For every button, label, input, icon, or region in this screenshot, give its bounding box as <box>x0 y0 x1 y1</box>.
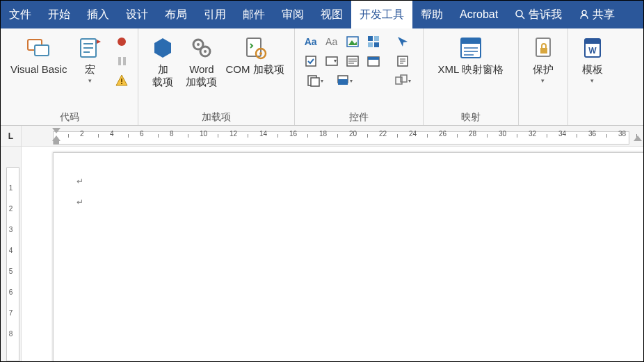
ruler-tick: 3 <box>1 226 21 233</box>
repeating-section-control-button[interactable]: ▾ <box>303 73 327 88</box>
macros-icon <box>76 34 104 62</box>
ruler-tick: 6 <box>1 288 21 296</box>
right-indent-marker[interactable] <box>634 135 642 141</box>
svg-point-10 <box>118 38 126 46</box>
ruler-tick: 4 <box>1 247 21 254</box>
svg-rect-15 <box>121 83 122 84</box>
group-templates: W 模板 ▾ <box>568 28 617 125</box>
record-macro-button[interactable] <box>114 34 129 49</box>
ruler-tick: 5 <box>1 268 21 275</box>
tab-insert[interactable]: 插入 <box>79 1 118 28</box>
ruler-tick: 38 <box>618 130 626 138</box>
templates-button[interactable]: W 模板 ▾ <box>574 33 611 85</box>
svg-text:W: W <box>588 46 597 56</box>
first-line-indent-marker[interactable] <box>52 128 61 133</box>
svg-point-20 <box>204 50 207 53</box>
ruler-tick: 24 <box>409 130 417 138</box>
paragraph-mark: ↵ <box>77 197 83 207</box>
tab-references[interactable]: 引用 <box>195 1 234 28</box>
tab-view[interactable]: 视图 <box>312 1 351 28</box>
legacy-tools-button[interactable]: ▾ <box>332 73 356 88</box>
pause-recording-button[interactable] <box>114 54 129 69</box>
ruler-tick: 20 <box>349 130 357 138</box>
properties-button[interactable] <box>391 54 414 69</box>
dropdown-list-content-control-button[interactable] <box>345 54 360 69</box>
svg-point-0 <box>516 10 522 17</box>
ribbon: Visual Basic 宏 ▾ 代码 加 载项 <box>1 28 643 126</box>
group-addins-label: 加载项 <box>138 111 293 124</box>
ruler-tick: 36 <box>588 130 596 138</box>
tab-layout[interactable]: 布局 <box>156 1 195 28</box>
svg-marker-25 <box>348 40 357 45</box>
svg-rect-14 <box>121 79 122 82</box>
macros-button[interactable]: 宏 ▾ <box>71 33 108 85</box>
document-canvas[interactable]: ↵ ↵ <box>22 147 643 361</box>
xml-mapping-pane-button[interactable]: XML 映射窗格 <box>429 33 513 77</box>
word-addins-icon <box>188 34 216 62</box>
share-button[interactable]: 共享 <box>570 1 623 28</box>
date-picker-content-control-button[interactable] <box>366 54 381 69</box>
tab-acrobat[interactable]: Acrobat <box>451 1 506 28</box>
ruler-tick: 7 <box>1 309 21 317</box>
ruler-tick: 26 <box>439 130 446 138</box>
addins-icon <box>149 34 177 62</box>
checkbox-content-control-button[interactable] <box>303 54 319 69</box>
addins-button[interactable]: 加 载项 <box>144 33 182 90</box>
ruler-tick: 4 <box>110 130 114 138</box>
tab-file[interactable]: 文件 <box>1 1 40 28</box>
svg-rect-12 <box>123 57 126 65</box>
chevron-down-icon: ▾ <box>590 77 594 84</box>
group-controls-button[interactable]: ▾ <box>391 73 414 88</box>
left-indent-marker[interactable] <box>52 135 61 145</box>
tab-selector[interactable]: L <box>1 126 22 147</box>
chevron-down-icon: ▾ <box>88 77 92 84</box>
group-controls-label: 控件 <box>295 111 423 124</box>
tellme-search[interactable]: 告诉我 <box>506 1 570 28</box>
horizontal-ruler[interactable]: 246810121416182022242628303234363840 <box>22 126 643 147</box>
visual-basic-button[interactable]: Visual Basic <box>6 33 71 77</box>
combo-box-content-control-button[interactable] <box>324 54 339 69</box>
picture-content-control-button[interactable] <box>345 34 360 49</box>
group-protect: 保护 ▾ <box>519 28 568 125</box>
vertical-ruler[interactable]: 12345678 <box>1 147 22 361</box>
ruler-tick: 22 <box>379 130 387 138</box>
templates-icon: W <box>579 34 606 62</box>
com-addins-icon <box>241 34 269 62</box>
ruler-tick: 34 <box>558 130 566 138</box>
xml-mapping-icon <box>457 34 485 62</box>
svg-rect-11 <box>118 57 121 65</box>
svg-point-2 <box>582 10 586 15</box>
tab-developer[interactable]: 开发工具 <box>351 1 412 28</box>
tab-help[interactable]: 帮助 <box>412 1 451 28</box>
tab-design[interactable]: 设计 <box>118 1 156 28</box>
search-icon <box>515 9 526 20</box>
ruler-tick: 16 <box>289 130 297 138</box>
ruler-tick: 8 <box>1 330 21 338</box>
tab-mailings[interactable]: 邮件 <box>234 1 273 28</box>
tab-review[interactable]: 审阅 <box>273 1 312 28</box>
svg-point-19 <box>197 43 200 46</box>
paragraph-mark: ↵ <box>77 176 83 186</box>
building-block-gallery-control-button[interactable] <box>366 34 381 49</box>
svg-rect-30 <box>306 56 316 66</box>
design-mode-button[interactable] <box>391 34 414 49</box>
svg-rect-26 <box>368 36 373 41</box>
plain-text-content-control-button[interactable]: Aa <box>324 34 339 49</box>
rich-text-content-control-button[interactable]: Aa <box>303 34 319 49</box>
svg-marker-16 <box>154 38 171 58</box>
svg-line-1 <box>522 16 524 19</box>
group-code: Visual Basic 宏 ▾ 代码 <box>1 28 138 125</box>
group-code-label: 代码 <box>1 111 138 124</box>
macro-security-button[interactable] <box>114 73 129 88</box>
svg-rect-27 <box>374 36 379 41</box>
ruler-tick: 18 <box>319 130 327 138</box>
tab-home[interactable]: 开始 <box>40 1 79 28</box>
svg-rect-55 <box>540 48 547 54</box>
ruler-tick: 30 <box>499 130 506 138</box>
ruler-tick: 32 <box>529 130 536 138</box>
word-addins-button[interactable]: Word 加载项 <box>182 33 221 90</box>
protect-icon <box>529 34 557 62</box>
group-mapping-label: 映射 <box>424 111 518 124</box>
protect-button[interactable]: 保护 ▾ <box>524 33 562 85</box>
com-addins-button[interactable]: COM 加载项 <box>221 33 288 77</box>
